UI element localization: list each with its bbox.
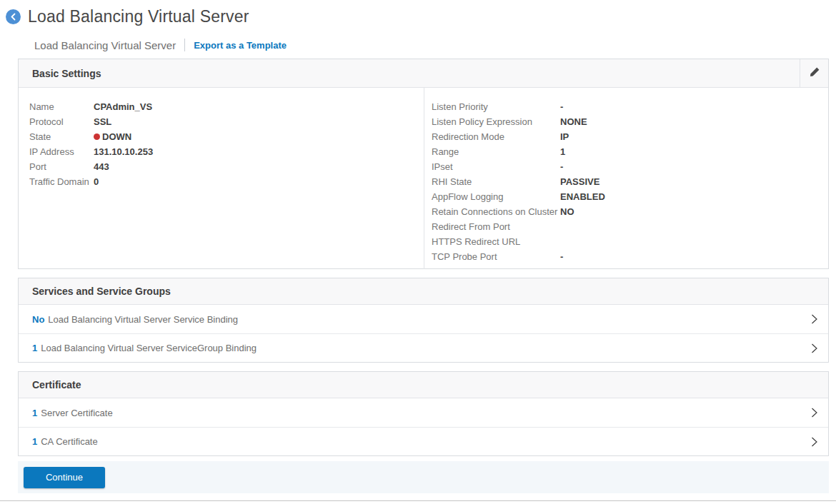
services-panel: Services and Service Groups No Load Bala… [18, 278, 829, 363]
basic-settings-panel: Basic Settings Name CPAdmin_VS Protocol … [18, 59, 829, 269]
binding-count: 1 [32, 436, 37, 447]
binding-count: No [32, 314, 44, 325]
page-bottom-divider [0, 500, 836, 501]
servicegroup-binding-row[interactable]: 1 Load Balancing Virtual Server ServiceG… [19, 333, 828, 362]
field-tcp-probe-port: TCP Probe Port - [432, 249, 828, 264]
basic-settings-right-column: Listen Priority - Listen Policy Expressi… [424, 88, 828, 269]
field-value: NO [560, 206, 574, 217]
field-label: Listen Policy Expression [432, 116, 560, 127]
field-name: Name CPAdmin_VS [29, 99, 424, 114]
field-port: Port 443 [29, 159, 424, 174]
binding-label: Server Certificate [41, 408, 112, 418]
field-value: - [560, 251, 563, 262]
page-header: Load Balancing Virtual Server [0, 0, 836, 26]
field-value: NONE [560, 116, 587, 127]
field-label: Name [29, 101, 94, 112]
field-label: RHI State [432, 176, 560, 187]
field-https-redirect-url: HTTPS Redirect URL [432, 234, 828, 249]
field-label: Port [29, 161, 94, 172]
field-label: State [29, 131, 94, 142]
field-range: Range 1 [432, 144, 828, 159]
service-binding-row[interactable]: No Load Balancing Virtual Server Service… [19, 305, 828, 333]
field-label: Range [432, 146, 560, 157]
pencil-icon [809, 66, 820, 81]
field-label: Protocol [29, 116, 94, 127]
binding-count: 1 [32, 343, 37, 353]
field-label: HTTPS Redirect URL [432, 236, 560, 247]
field-label: Retain Connections on Cluster [432, 206, 560, 217]
edit-basic-settings-button[interactable] [800, 59, 828, 87]
binding-label: CA Certificate [41, 436, 97, 447]
field-redirection-mode: Redirection Mode IP [432, 129, 828, 144]
field-value: 0 [94, 176, 99, 187]
services-panel-title: Services and Service Groups [19, 286, 171, 297]
field-value: CPAdmin_VS [94, 101, 152, 112]
basic-settings-left-column: Name CPAdmin_VS Protocol SSL State DOWN … [19, 88, 424, 269]
field-label: Listen Priority [432, 101, 560, 112]
ca-certificate-row[interactable]: 1 CA Certificate [19, 427, 828, 455]
binding-label: Load Balancing Virtual Server Service Bi… [48, 314, 238, 325]
field-rhi-state: RHI State PASSIVE [432, 174, 828, 189]
field-ipset: IPset - [432, 159, 828, 174]
field-retain-connections-on-cluster: Retain Connections on Cluster NO [432, 204, 828, 219]
field-value: ENABLED [560, 191, 605, 202]
chevron-right-icon [810, 407, 818, 418]
field-value: 1 [560, 146, 565, 157]
field-listen-policy-expression: Listen Policy Expression NONE [432, 114, 828, 129]
field-value: - [560, 161, 563, 172]
field-value: SSL [94, 116, 111, 127]
field-label: Redirection Mode [432, 131, 560, 142]
field-listen-priority: Listen Priority - [432, 99, 828, 114]
field-redirect-from-port: Redirect From Port [432, 219, 828, 234]
certificate-panel-title: Certificate [19, 379, 81, 390]
field-value: 443 [94, 161, 109, 172]
chevron-right-icon [810, 436, 818, 448]
field-label: AppFlow Logging [432, 191, 560, 202]
continue-button[interactable]: Continue [24, 467, 105, 488]
certificate-panel-header: Certificate [19, 372, 828, 398]
chevron-right-icon [810, 343, 818, 354]
subheader-divider [184, 39, 185, 51]
field-ip-address: IP Address 131.10.10.253 [29, 144, 424, 159]
services-panel-header: Services and Service Groups [19, 278, 828, 305]
field-value: 131.10.10.253 [94, 146, 153, 157]
field-label: IP Address [29, 146, 94, 157]
tab-load-balancing-virtual-server: Load Balancing Virtual Server [34, 39, 176, 51]
certificate-panel: Certificate 1 Server Certificate 1 CA Ce… [18, 371, 829, 456]
status-down-icon [94, 133, 100, 140]
chevron-right-icon [810, 313, 818, 325]
field-label: IPset [432, 161, 560, 172]
field-value: IP [560, 131, 569, 142]
field-value: - [560, 101, 563, 112]
status-value: DOWN [102, 131, 131, 142]
binding-count: 1 [32, 408, 37, 418]
back-button[interactable] [6, 9, 21, 24]
field-state: State DOWN [29, 129, 424, 144]
basic-settings-header: Basic Settings [19, 59, 828, 88]
basic-settings-content: Name CPAdmin_VS Protocol SSL State DOWN … [19, 88, 828, 269]
arrow-left-icon [9, 13, 17, 21]
subheader: Load Balancing Virtual Server Export as … [34, 39, 836, 51]
export-as-template-link[interactable]: Export as a Template [194, 40, 287, 51]
field-label: Redirect From Port [432, 221, 560, 232]
field-appflow-logging: AppFlow Logging ENABLED [432, 189, 828, 204]
footer-bar: Continue [18, 461, 829, 493]
field-protocol: Protocol SSL [29, 114, 424, 129]
field-value: PASSIVE [560, 176, 599, 187]
basic-settings-title: Basic Settings [19, 68, 101, 79]
binding-label: Load Balancing Virtual Server ServiceGro… [41, 343, 257, 353]
field-label: TCP Probe Port [432, 251, 560, 262]
server-certificate-row[interactable]: 1 Server Certificate [19, 398, 828, 427]
field-traffic-domain: Traffic Domain 0 [29, 174, 424, 189]
field-label: Traffic Domain [29, 176, 94, 187]
page-title: Load Balancing Virtual Server [28, 7, 249, 26]
